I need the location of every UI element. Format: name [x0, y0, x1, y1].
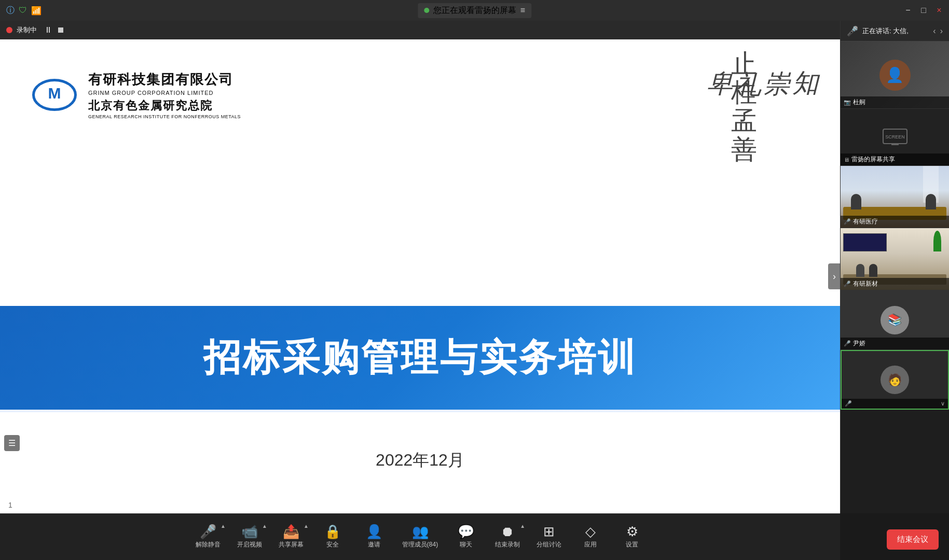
mic-icon: 🎤 — [845, 400, 852, 407]
record-button[interactable]: ⏺ 结束录制 ▲ — [487, 514, 528, 560]
video-icon: 📹 — [241, 525, 258, 538]
window-controls: − □ × — [904, 7, 943, 14]
right-sidebar: 🎤 正在讲话: 大信, ‹ › 👤 📷 杜舸 — [840, 21, 949, 513]
company-name-en: GRINM GROUP CORPORATION LIMITED — [88, 90, 241, 96]
participant-name: 有研医疗 — [853, 217, 878, 226]
invite-icon: 👤 — [366, 525, 382, 538]
menu-icon[interactable]: ≡ — [520, 6, 525, 15]
invite-button[interactable]: 👤 邀请 — [353, 514, 395, 560]
close-button[interactable]: × — [936, 7, 943, 14]
mic-icon: 🎤 — [844, 340, 851, 347]
video-button[interactable]: 📹 开启视频 ▲ — [229, 514, 270, 560]
participant-item: 🎤 有研新材 — [841, 228, 949, 290]
sidebar-nav-prev[interactable]: ‹ — [933, 26, 936, 36]
share-label: 共享屏幕 — [279, 540, 304, 549]
signal-icon[interactable]: 📶 — [31, 6, 42, 16]
speaking-label: 正在讲话: 大信, — [862, 26, 909, 36]
mute-icon: 🎤 — [200, 525, 216, 538]
slide-toolbar-overlay[interactable]: ☰ — [4, 435, 20, 451]
slide-page-number: 1 — [8, 501, 12, 509]
participant-item: 👤 📷 杜舸 — [841, 41, 949, 109]
slide-next-button[interactable]: › — [828, 263, 840, 289]
security-button[interactable]: 🔒 安全 — [312, 514, 353, 560]
logo-area: M 有研科技集团有限公司 GRINM GROUP CORPORATION LIM… — [31, 71, 241, 119]
institute-name-en: GENERAL RESEARCH INSTITUTE FOR NONFERROU… — [88, 114, 241, 119]
participant-name: 雷扬的屏幕共享 — [851, 155, 895, 164]
top-bar: ⓘ 🛡 📶 您正在观看雷扬的屏幕 ≡ − □ × — [0, 0, 949, 21]
sharing-indicator — [424, 8, 429, 13]
settings-label: 设置 — [626, 540, 638, 549]
participant-name: 有研新材 — [853, 279, 878, 288]
apps-label: 应用 — [584, 540, 597, 549]
participant-name-bar: 🎤 有研新材 — [841, 278, 949, 290]
participant-name: 杜舸 — [853, 98, 865, 107]
apps-icon: ◇ — [585, 525, 596, 538]
chevron-down-icon: ∨ — [941, 400, 945, 407]
chat-icon: 💬 — [458, 525, 474, 538]
recording-dot — [6, 27, 12, 33]
company-name-cn: 有研科技集团有限公司 — [88, 71, 241, 89]
sidebar-nav-next[interactable]: › — [940, 26, 943, 36]
settings-icon: ⚙ — [626, 525, 638, 538]
end-meeting-button[interactable]: 结束会议 — [887, 529, 939, 550]
shield-icon[interactable]: 🛡 — [19, 6, 27, 15]
calligraphy-text-2: 止 桂 孟 善 — [731, 50, 757, 164]
presentation-area: 录制中 ⏸ ⏹ 知 崇 礼 卑 止 桂 孟 — [0, 21, 840, 513]
invite-label: 邀请 — [368, 540, 380, 549]
share-caret[interactable]: ▲ — [304, 523, 309, 529]
screen-share-icon: 🖥 — [844, 157, 849, 163]
svg-text:M: M — [48, 85, 61, 102]
main-layout: 录制中 ⏸ ⏹ 知 崇 礼 卑 止 桂 孟 — [0, 21, 949, 513]
chat-button[interactable]: 💬 聊天 — [445, 514, 487, 560]
unmute-button[interactable]: 🎤 解除静音 ▲ — [187, 514, 229, 560]
minimize-button[interactable]: − — [904, 7, 912, 14]
logo-text: 有研科技集团有限公司 GRINM GROUP CORPORATION LIMIT… — [88, 71, 241, 119]
security-label: 安全 — [326, 540, 339, 549]
institute-name-cn: 北京有色金属研究总院 — [88, 98, 241, 114]
unmute-label: 解除静音 — [196, 540, 221, 549]
video-caret[interactable]: ▲ — [262, 523, 267, 529]
participant-name-bar: 🎤 ∨ — [842, 399, 948, 409]
participant-name-bar: 🎤 有研医疗 — [841, 216, 949, 228]
participant-name-bar: 📷 杜舸 — [841, 96, 949, 108]
breakout-label: 分组讨论 — [537, 540, 561, 549]
calligraphy-text: 知 崇 礼 卑 — [705, 50, 819, 52]
company-logo: M — [31, 72, 78, 118]
screen-share-notice: 您正在观看雷扬的屏幕 ≡ — [418, 3, 531, 18]
unmute-caret[interactable]: ▲ — [221, 523, 226, 529]
screen-icon: SCREEN — [882, 128, 908, 146]
info-icon[interactable]: ⓘ — [6, 5, 15, 16]
maximize-button[interactable]: □ — [920, 7, 927, 14]
speaking-mic-icon: 🎤 — [847, 25, 858, 37]
participant-item: 🎤 有研医疗 — [841, 166, 949, 228]
slide-date: 2022年12月 — [0, 449, 840, 472]
breakout-button[interactable]: ⊞ 分组讨论 — [528, 514, 570, 560]
presentation-title: 招标采购管理与实务培训 — [203, 333, 637, 383]
pause-button[interactable]: ⏸ — [44, 25, 52, 35]
slide-blue-banner: 招标采购管理与实务培训 — [0, 306, 840, 410]
settings-button[interactable]: ⚙ 设置 — [611, 514, 653, 560]
members-icon: 👥 — [412, 525, 429, 538]
top-bar-left: ⓘ 🛡 📶 — [6, 5, 42, 16]
participant-list: 👤 📷 杜舸 SCREEN 🖥 — [841, 41, 949, 513]
members-button[interactable]: 👥 管理成员(84) — [395, 514, 445, 560]
avatar: 👤 — [879, 60, 911, 91]
share-button[interactable]: 📤 共享屏幕 ▲ — [270, 514, 312, 560]
svg-text:SCREEN: SCREEN — [885, 134, 905, 139]
participant-item-active: 🧑 🎤 ∨ — [841, 350, 949, 410]
apps-button[interactable]: ◇ 应用 — [570, 514, 611, 560]
participant-name-bar: 🖥 雷扬的屏幕共享 — [841, 153, 949, 165]
recording-label: 录制中 — [17, 25, 37, 35]
security-icon: 🔒 — [324, 525, 341, 538]
share-icon: 📤 — [283, 525, 299, 538]
slide-container: 知 崇 礼 卑 止 桂 孟 善 — [0, 39, 840, 513]
participant-name: 尹娇 — [853, 339, 865, 348]
participant-video-icon: 📷 — [844, 99, 851, 106]
recording-bar: 录制中 ⏸ ⏹ — [0, 21, 840, 39]
svg-rect-4 — [891, 144, 899, 145]
mic-icon: 🎤 — [844, 281, 851, 287]
stop-button[interactable]: ⏹ — [57, 25, 65, 35]
record-caret[interactable]: ▲ — [520, 523, 525, 529]
screen-share-item: SCREEN 🖥 雷扬的屏幕共享 — [841, 109, 949, 166]
participant-item: 📚 🎤 尹娇 — [841, 290, 949, 350]
